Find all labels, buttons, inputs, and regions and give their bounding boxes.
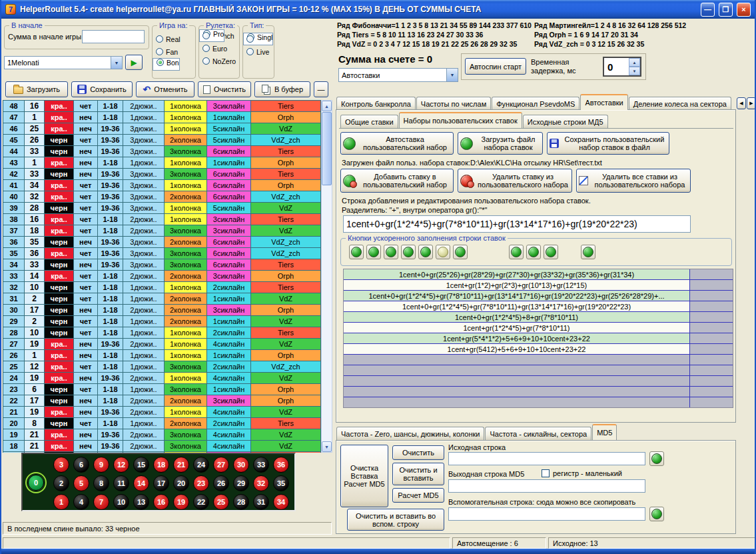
- board-number-34[interactable]: 34: [273, 494, 289, 510]
- md5-output-input[interactable]: [448, 479, 645, 493]
- radio-real[interactable]: Real: [153, 33, 195, 45]
- bet-list-item[interactable]: 1cent+gr(1*2)+gr(2*3)+gr(10*13)+gr(12*15…: [344, 280, 733, 291]
- radio-nozero[interactable]: NoZero: [199, 55, 239, 67]
- collapse-button[interactable]: —: [314, 81, 328, 97]
- md5-source-chip-button[interactable]: [649, 451, 664, 466]
- spinner-up-icon[interactable]: ▲: [629, 58, 640, 67]
- quick-fill-chip-button-1[interactable]: [349, 245, 364, 259]
- quick-fill-chip-button-4[interactable]: [401, 245, 416, 259]
- board-number-3[interactable]: 3: [53, 457, 69, 473]
- board-number-20[interactable]: 20: [173, 475, 189, 491]
- radio-live[interactable]: Live: [243, 45, 274, 58]
- preset-select[interactable]: 1Melonati ▼: [4, 56, 123, 69]
- radio-bon[interactable]: Bon: [153, 58, 180, 71]
- board-number-26[interactable]: 26: [213, 475, 229, 491]
- board-number-4[interactable]: 4: [73, 494, 89, 510]
- delay-value[interactable]: 0: [604, 58, 629, 75]
- add-bet-button[interactable]: Добавить ставку в пользовательский набор: [340, 169, 454, 193]
- quick-fill-chip-button-3[interactable]: [384, 245, 398, 259]
- autospin-start-button[interactable]: Автоспин старт: [465, 58, 526, 75]
- maximize-button[interactable]: ❐: [719, 3, 733, 17]
- tab-wheel-sectors[interactable]: Деление колеса на сектора: [629, 97, 731, 110]
- bet-list-item[interactable]: 1cent+gr(5412)+5+6+9+10+10cent+23+22: [344, 344, 733, 355]
- checkbox-icon[interactable]: [542, 469, 550, 477]
- radio-fan[interactable]: Fan: [153, 45, 195, 58]
- quick-fill-chip-button-8[interactable]: [509, 245, 524, 259]
- quick-fill-chip-button-2[interactable]: [366, 245, 381, 259]
- autobets-select[interactable]: Автоставки ▼: [338, 68, 458, 82]
- to-buffer-button[interactable]: В буфер: [254, 81, 310, 97]
- start-sum-input[interactable]: [82, 30, 145, 43]
- bet-list-item[interactable]: 1cent+gr(5*4*1*2)+5+6+9+10+10cent+23+22: [344, 333, 733, 344]
- remove-all-bets-button[interactable]: Удалить все ставки из пользовательского …: [576, 169, 691, 193]
- scroll-down-icon[interactable]: ▼: [322, 441, 332, 452]
- md5-case-checkbox[interactable]: регистр - маленький: [542, 469, 622, 477]
- board-number-24[interactable]: 24: [193, 457, 209, 473]
- board-number-16[interactable]: 16: [153, 494, 169, 510]
- board-number-27[interactable]: 27: [213, 457, 229, 473]
- chev​ron-down-icon[interactable]: ▼: [111, 57, 122, 69]
- spins-scrollbar[interactable]: ▲ ▼: [321, 100, 332, 453]
- tab-md5[interactable]: MD5: [592, 424, 617, 440]
- md5-clear-paste-aux-button[interactable]: Очистить и вставить во вспом. строку: [347, 509, 444, 531]
- bet-list-item[interactable]: 1cent+0+gr(1*2*4*5)+8+gr(7*8*10*11): [344, 312, 733, 323]
- clear-button[interactable]: Очистить: [198, 81, 251, 97]
- md5-aux-chip-button[interactable]: [649, 507, 664, 521]
- board-number-30[interactable]: 30: [233, 457, 249, 473]
- board-number-28[interactable]: 28: [233, 494, 249, 510]
- board-number-0[interactable]: 0: [28, 475, 44, 491]
- board-number-23[interactable]: 23: [193, 475, 209, 491]
- board-number-11[interactable]: 11: [113, 475, 129, 491]
- board-number-22[interactable]: 22: [193, 494, 209, 510]
- quick-fill-chip-button-6[interactable]: [436, 245, 450, 259]
- tab-freq-zero-chances-dozens-columns[interactable]: Частота - Zero, шансы, дюжины, колонки: [336, 427, 484, 440]
- md5-calc-button[interactable]: Расчет MD5: [392, 488, 444, 503]
- board-number-10[interactable]: 10: [113, 494, 129, 510]
- md5-clear-button[interactable]: Очистить: [392, 445, 444, 460]
- md5-clear-and-paste-button[interactable]: Очистить и вставить: [392, 463, 444, 485]
- board-number-29[interactable]: 29: [233, 475, 249, 491]
- subtab-md5-source-strings[interactable]: Исходные строки МД5: [523, 115, 608, 128]
- close-button[interactable]: ×: [737, 3, 751, 17]
- subtab-user-bet-sets[interactable]: Наборы пользовательских ставок: [399, 112, 522, 128]
- md5-aux-input[interactable]: [448, 507, 645, 521]
- load-button[interactable]: Загрузить: [5, 81, 68, 97]
- load-bet-set-file-button[interactable]: Загрузить файл набора ставок: [458, 132, 543, 155]
- save-bet-set-file-button[interactable]: Сохранить пользовательский набор ставок …: [547, 132, 669, 155]
- board-number-19[interactable]: 19: [173, 494, 189, 510]
- quick-fill-chip-button-9[interactable]: [526, 245, 541, 259]
- scrollbar-thumb[interactable]: [322, 112, 332, 185]
- board-number-32[interactable]: 32: [253, 475, 269, 491]
- bet-list-item[interactable]: 1cent+0+gr(1*2*4*5)+gr(7*8*10*11)+gr(13*…: [344, 301, 733, 312]
- bet-string-input[interactable]: 1cent+0+gr(1*2*4*5)+gr(7*8*10*11)+gr(13*…: [343, 215, 691, 233]
- quick-fill-chip-button-5[interactable]: [418, 245, 433, 259]
- md5-clear-paste-calc-button[interactable]: Очистка Вставка Расчет MD5: [340, 445, 388, 507]
- save-button[interactable]: Сохранить: [71, 81, 133, 97]
- tab-number-frequencies[interactable]: Частоты по числам: [416, 97, 491, 110]
- tab-freq-sixlines-sectors[interactable]: Частота - сиклайны, сектора: [485, 427, 591, 440]
- board-number-13[interactable]: 13: [133, 494, 149, 510]
- board-number-31[interactable]: 31: [253, 494, 269, 510]
- board-number-21[interactable]: 21: [173, 457, 189, 473]
- radio-euro[interactable]: Euro: [199, 42, 239, 55]
- play-button[interactable]: ▶: [125, 55, 143, 70]
- minimize-button[interactable]: —: [701, 3, 715, 17]
- board-number-1[interactable]: 1: [53, 494, 69, 510]
- undo-button[interactable]: Отменить: [136, 81, 194, 97]
- chevron-down-icon[interactable]: ▼: [446, 69, 458, 81]
- quick-fill-chip-button-11[interactable]: [581, 245, 595, 259]
- board-number-8[interactable]: 8: [93, 475, 109, 491]
- board-number-2[interactable]: 2: [53, 475, 69, 491]
- board-number-15[interactable]: 15: [133, 457, 149, 473]
- board-number-5[interactable]: 5: [73, 475, 89, 491]
- subtab-general-bets[interactable]: Общие ставки: [340, 115, 398, 128]
- board-number-25[interactable]: 25: [213, 494, 229, 510]
- board-number-12[interactable]: 12: [113, 457, 129, 473]
- spinner-down-icon[interactable]: ▼: [629, 67, 640, 75]
- board-number-14[interactable]: 14: [133, 475, 149, 491]
- board-number-18[interactable]: 18: [153, 457, 169, 473]
- board-number-7[interactable]: 7: [93, 494, 109, 510]
- delay-spinner[interactable]: 0 ▲ ▼: [603, 57, 641, 77]
- tab-scroll-right-icon[interactable]: ▶: [747, 97, 756, 109]
- quick-fill-chip-button-7[interactable]: [453, 245, 468, 259]
